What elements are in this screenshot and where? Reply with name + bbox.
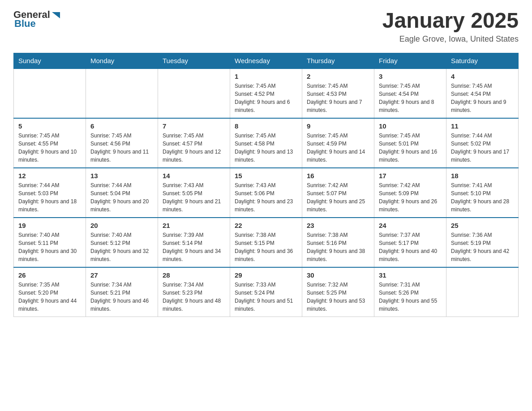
day-number: 21 bbox=[163, 222, 225, 229]
day-info: Sunrise: 7:45 AM Sunset: 4:54 PM Dayligh… bbox=[379, 82, 442, 114]
calendar-cell: 27Sunrise: 7:34 AM Sunset: 5:21 PM Dayli… bbox=[86, 267, 158, 317]
calendar-cell: 28Sunrise: 7:34 AM Sunset: 5:23 PM Dayli… bbox=[158, 267, 230, 317]
calendar-cell bbox=[86, 68, 158, 118]
month-title: January 2025 bbox=[382, 9, 519, 33]
day-number: 19 bbox=[18, 222, 81, 229]
day-number: 13 bbox=[90, 172, 153, 180]
calendar-cell: 21Sunrise: 7:39 AM Sunset: 5:14 PM Dayli… bbox=[158, 218, 230, 267]
day-info: Sunrise: 7:45 AM Sunset: 4:52 PM Dayligh… bbox=[235, 82, 297, 114]
svg-marker-0 bbox=[52, 12, 60, 18]
day-info: Sunrise: 7:35 AM Sunset: 5:20 PM Dayligh… bbox=[18, 281, 81, 313]
calendar-cell: 31Sunrise: 7:31 AM Sunset: 5:26 PM Dayli… bbox=[374, 267, 446, 317]
day-info: Sunrise: 7:44 AM Sunset: 5:03 PM Dayligh… bbox=[18, 181, 81, 214]
calendar-week-row: 5Sunrise: 7:45 AM Sunset: 4:55 PM Daylig… bbox=[14, 118, 519, 168]
day-info: Sunrise: 7:40 AM Sunset: 5:11 PM Dayligh… bbox=[18, 231, 81, 263]
logo-triangle-icon bbox=[51, 10, 61, 20]
day-header-saturday: Saturday bbox=[446, 53, 519, 68]
day-number: 6 bbox=[90, 122, 153, 130]
calendar-cell: 22Sunrise: 7:38 AM Sunset: 5:15 PM Dayli… bbox=[230, 218, 302, 267]
calendar-week-row: 26Sunrise: 7:35 AM Sunset: 5:20 PM Dayli… bbox=[14, 267, 519, 317]
calendar-table: SundayMondayTuesdayWednesdayThursdayFrid… bbox=[13, 53, 519, 317]
calendar-cell: 12Sunrise: 7:44 AM Sunset: 5:03 PM Dayli… bbox=[14, 168, 86, 218]
day-info: Sunrise: 7:43 AM Sunset: 5:06 PM Dayligh… bbox=[235, 181, 297, 214]
calendar-cell: 5Sunrise: 7:45 AM Sunset: 4:55 PM Daylig… bbox=[14, 118, 86, 168]
calendar-cell: 2Sunrise: 7:45 AM Sunset: 4:53 PM Daylig… bbox=[302, 68, 374, 118]
day-number: 11 bbox=[451, 122, 514, 130]
day-info: Sunrise: 7:45 AM Sunset: 4:56 PM Dayligh… bbox=[90, 132, 153, 164]
day-header-thursday: Thursday bbox=[302, 53, 374, 68]
calendar-cell: 16Sunrise: 7:42 AM Sunset: 5:07 PM Dayli… bbox=[302, 168, 374, 218]
day-number: 4 bbox=[451, 73, 514, 80]
day-info: Sunrise: 7:45 AM Sunset: 4:58 PM Dayligh… bbox=[235, 132, 297, 164]
day-info: Sunrise: 7:45 AM Sunset: 4:57 PM Dayligh… bbox=[163, 132, 225, 164]
calendar-cell: 19Sunrise: 7:40 AM Sunset: 5:11 PM Dayli… bbox=[14, 218, 86, 267]
day-info: Sunrise: 7:42 AM Sunset: 5:07 PM Dayligh… bbox=[307, 181, 369, 214]
calendar-cell: 8Sunrise: 7:45 AM Sunset: 4:58 PM Daylig… bbox=[230, 118, 302, 168]
day-number: 9 bbox=[307, 122, 369, 130]
day-header-wednesday: Wednesday bbox=[230, 53, 302, 68]
day-number: 3 bbox=[379, 73, 442, 80]
day-number: 12 bbox=[18, 172, 81, 180]
calendar-cell: 29Sunrise: 7:33 AM Sunset: 5:24 PM Dayli… bbox=[230, 267, 302, 317]
day-number: 20 bbox=[90, 222, 153, 229]
day-number: 8 bbox=[235, 122, 297, 130]
day-info: Sunrise: 7:34 AM Sunset: 5:23 PM Dayligh… bbox=[163, 281, 225, 313]
calendar-cell: 17Sunrise: 7:42 AM Sunset: 5:09 PM Dayli… bbox=[374, 168, 446, 218]
calendar-cell: 4Sunrise: 7:45 AM Sunset: 4:54 PM Daylig… bbox=[446, 68, 519, 118]
day-info: Sunrise: 7:42 AM Sunset: 5:09 PM Dayligh… bbox=[379, 181, 442, 214]
day-number: 31 bbox=[379, 271, 442, 279]
calendar-cell: 15Sunrise: 7:43 AM Sunset: 5:06 PM Dayli… bbox=[230, 168, 302, 218]
day-info: Sunrise: 7:36 AM Sunset: 5:19 PM Dayligh… bbox=[451, 231, 514, 263]
calendar-cell: 11Sunrise: 7:44 AM Sunset: 5:02 PM Dayli… bbox=[446, 118, 519, 168]
day-info: Sunrise: 7:45 AM Sunset: 4:59 PM Dayligh… bbox=[307, 132, 369, 164]
calendar-cell: 1Sunrise: 7:45 AM Sunset: 4:52 PM Daylig… bbox=[230, 68, 302, 118]
calendar-cell: 9Sunrise: 7:45 AM Sunset: 4:59 PM Daylig… bbox=[302, 118, 374, 168]
day-info: Sunrise: 7:45 AM Sunset: 5:01 PM Dayligh… bbox=[379, 132, 442, 164]
day-info: Sunrise: 7:43 AM Sunset: 5:05 PM Dayligh… bbox=[163, 181, 225, 214]
day-header-monday: Monday bbox=[86, 53, 158, 68]
calendar-cell: 20Sunrise: 7:40 AM Sunset: 5:12 PM Dayli… bbox=[86, 218, 158, 267]
day-number: 25 bbox=[451, 222, 514, 229]
day-info: Sunrise: 7:34 AM Sunset: 5:21 PM Dayligh… bbox=[90, 281, 153, 313]
calendar-cell: 13Sunrise: 7:44 AM Sunset: 5:04 PM Dayli… bbox=[86, 168, 158, 218]
day-number: 16 bbox=[307, 172, 369, 180]
calendar-cell: 23Sunrise: 7:38 AM Sunset: 5:16 PM Dayli… bbox=[302, 218, 374, 267]
day-number: 10 bbox=[379, 122, 442, 130]
day-info: Sunrise: 7:32 AM Sunset: 5:25 PM Dayligh… bbox=[307, 281, 369, 313]
day-number: 27 bbox=[90, 271, 153, 279]
day-number: 30 bbox=[307, 271, 369, 279]
calendar-cell bbox=[14, 68, 86, 118]
calendar-cell: 18Sunrise: 7:41 AM Sunset: 5:10 PM Dayli… bbox=[446, 168, 519, 218]
calendar-cell: 25Sunrise: 7:36 AM Sunset: 5:19 PM Dayli… bbox=[446, 218, 519, 267]
day-info: Sunrise: 7:39 AM Sunset: 5:14 PM Dayligh… bbox=[163, 231, 225, 263]
calendar-header-row: SundayMondayTuesdayWednesdayThursdayFrid… bbox=[14, 53, 519, 68]
day-number: 18 bbox=[451, 172, 514, 180]
day-number: 7 bbox=[163, 122, 225, 130]
day-number: 2 bbox=[307, 73, 369, 80]
day-number: 23 bbox=[307, 222, 369, 229]
calendar-cell: 26Sunrise: 7:35 AM Sunset: 5:20 PM Dayli… bbox=[14, 267, 86, 317]
day-info: Sunrise: 7:40 AM Sunset: 5:12 PM Dayligh… bbox=[90, 231, 153, 263]
day-info: Sunrise: 7:38 AM Sunset: 5:15 PM Dayligh… bbox=[235, 231, 297, 263]
day-info: Sunrise: 7:44 AM Sunset: 5:04 PM Dayligh… bbox=[90, 181, 153, 214]
day-info: Sunrise: 7:31 AM Sunset: 5:26 PM Dayligh… bbox=[379, 281, 442, 313]
calendar-cell: 6Sunrise: 7:45 AM Sunset: 4:56 PM Daylig… bbox=[86, 118, 158, 168]
day-number: 28 bbox=[163, 271, 225, 279]
day-number: 14 bbox=[163, 172, 225, 180]
calendar-cell: 30Sunrise: 7:32 AM Sunset: 5:25 PM Dayli… bbox=[302, 267, 374, 317]
day-header-tuesday: Tuesday bbox=[158, 53, 230, 68]
day-info: Sunrise: 7:37 AM Sunset: 5:17 PM Dayligh… bbox=[379, 231, 442, 263]
day-info: Sunrise: 7:41 AM Sunset: 5:10 PM Dayligh… bbox=[451, 181, 514, 214]
day-info: Sunrise: 7:44 AM Sunset: 5:02 PM Dayligh… bbox=[451, 132, 514, 164]
day-info: Sunrise: 7:45 AM Sunset: 4:55 PM Dayligh… bbox=[18, 132, 81, 164]
day-number: 15 bbox=[235, 172, 297, 180]
logo-blue-text: Blue bbox=[14, 18, 36, 30]
day-number: 29 bbox=[235, 271, 297, 279]
day-info: Sunrise: 7:45 AM Sunset: 4:53 PM Dayligh… bbox=[307, 82, 369, 114]
calendar-cell: 3Sunrise: 7:45 AM Sunset: 4:54 PM Daylig… bbox=[374, 68, 446, 118]
day-info: Sunrise: 7:38 AM Sunset: 5:16 PM Dayligh… bbox=[307, 231, 369, 263]
title-block: January 2025 Eagle Grove, Iowa, United S… bbox=[382, 9, 519, 44]
calendar-week-row: 12Sunrise: 7:44 AM Sunset: 5:03 PM Dayli… bbox=[14, 168, 519, 218]
day-info: Sunrise: 7:33 AM Sunset: 5:24 PM Dayligh… bbox=[235, 281, 297, 313]
day-number: 26 bbox=[18, 271, 81, 279]
